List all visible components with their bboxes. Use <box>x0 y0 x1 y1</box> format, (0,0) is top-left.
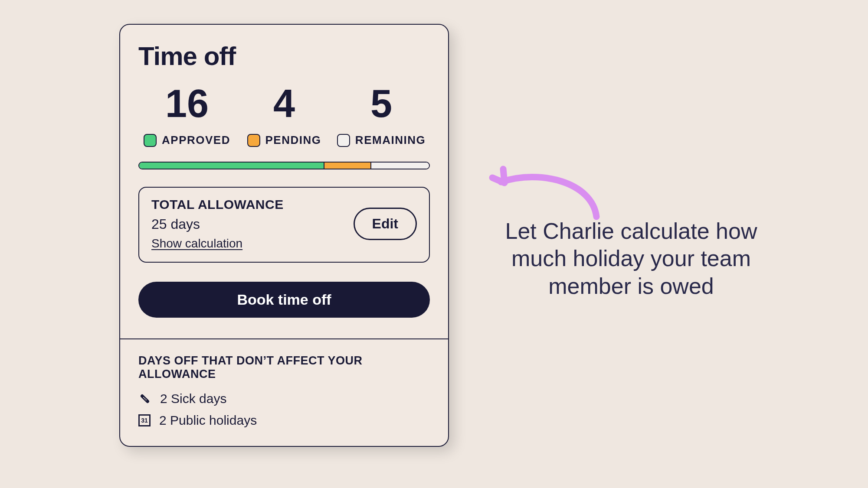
allowance-panel: TOTAL ALLOWANCE 25 days Show calculation… <box>138 187 430 263</box>
extra-days-title: DAYS OFF THAT DON’T AFFECT YOUR ALLOWANC… <box>138 354 430 381</box>
stat-remaining: 5 REMAINING <box>333 84 430 147</box>
time-off-card: Time off 16 APPROVED 4 PENDING 5 <box>119 24 449 447</box>
stat-remaining-label-row: REMAINING <box>337 133 426 147</box>
allowance-title: TOTAL ALLOWANCE <box>151 197 284 212</box>
swatch-remaining-icon <box>337 134 350 147</box>
bar-segment-approved <box>139 163 324 169</box>
stats-row: 16 APPROVED 4 PENDING 5 REMAINING <box>138 84 430 147</box>
allowance-days: 25 days <box>151 216 284 232</box>
public-holidays-row: 31 2 Public holidays <box>138 413 430 428</box>
stat-remaining-value: 5 <box>370 84 392 123</box>
show-calculation-link[interactable]: Show calculation <box>151 237 284 251</box>
stat-pending-label-row: PENDING <box>247 133 321 147</box>
swatch-approved-icon <box>144 134 157 147</box>
calendar-icon: 31 <box>138 414 151 426</box>
edit-button[interactable]: Edit <box>354 208 417 240</box>
sick-days-row: 2 Sick days <box>138 391 430 406</box>
stat-pending-label: PENDING <box>265 133 321 147</box>
stat-approved-label-row: APPROVED <box>144 133 230 147</box>
swatch-pending-icon <box>247 134 260 147</box>
allowance-progress-bar <box>138 162 430 169</box>
stat-pending: 4 PENDING <box>236 84 333 147</box>
allowance-info: TOTAL ALLOWANCE 25 days Show calculation <box>151 197 284 251</box>
stat-approved-value: 16 <box>165 84 209 123</box>
stat-pending-value: 4 <box>273 84 295 123</box>
annotation-arrow-icon <box>484 160 605 221</box>
stat-remaining-label: REMAINING <box>355 133 426 147</box>
public-holidays-text: 2 Public holidays <box>159 413 257 428</box>
book-time-off-button[interactable]: Book time off <box>138 282 430 318</box>
bandage-icon <box>138 392 151 405</box>
stat-approved-label: APPROVED <box>162 133 230 147</box>
bar-segment-remaining <box>371 163 429 169</box>
sick-days-text: 2 Sick days <box>160 391 226 406</box>
card-upper-section: Time off 16 APPROVED 4 PENDING 5 <box>120 25 448 338</box>
bar-segment-pending <box>324 163 371 169</box>
card-title: Time off <box>138 41 430 71</box>
card-lower-section: DAYS OFF THAT DON’T AFFECT YOUR ALLOWANC… <box>120 338 448 446</box>
annotation-text: Let Charlie calculate how much holiday y… <box>501 218 761 300</box>
stat-approved: 16 APPROVED <box>138 84 236 147</box>
